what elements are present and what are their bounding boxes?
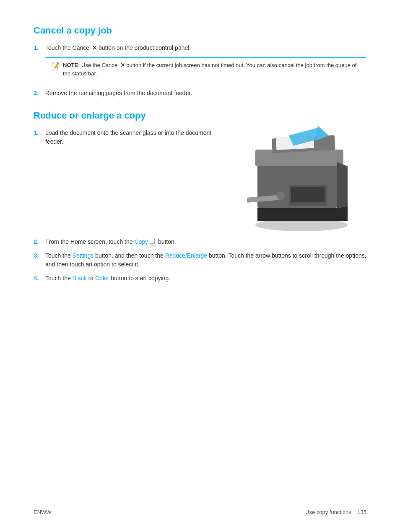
copy-icon-back xyxy=(150,238,155,244)
s2-step2-num: 2. xyxy=(34,238,45,245)
step2-num: 2. xyxy=(34,89,45,96)
svg-text:h: h xyxy=(279,194,282,199)
section2-steps-234: 2. From the Home screen, touch the Copy … xyxy=(34,238,366,283)
section2-content: 1. Load the document onto the scanner gl… xyxy=(34,129,366,233)
section-cancel-copy: Cancel a copy job 1. Touch the Cancel ✕ … xyxy=(34,25,366,98)
section1-title: Cancel a copy job xyxy=(34,25,366,36)
copy-button-icon xyxy=(151,239,156,245)
section1-step1: 1. Touch the Cancel ✕ button on the prod… xyxy=(34,44,366,52)
printer-illustration: h xyxy=(239,120,364,233)
color-link[interactable]: Color xyxy=(95,275,109,281)
svg-rect-3 xyxy=(255,150,343,166)
note-box: 📝 NOTE: Use the Cancel ✕ button if the c… xyxy=(45,57,366,81)
settings-link[interactable]: Settings xyxy=(73,252,94,259)
cancel-x-icon: ✕ xyxy=(92,45,97,51)
section2-step3: 3. Touch the Settings button, and then t… xyxy=(34,251,366,269)
s2-step4-text: Touch the Black or Color button to start… xyxy=(45,274,170,283)
s2-step3-text: Touch the Settings button, and then touc… xyxy=(45,251,366,269)
note-content: NOTE: Use the Cancel ✕ button if the cur… xyxy=(63,61,361,77)
note-icon: 📝 xyxy=(50,62,60,71)
footer-right-text: Use copy functions xyxy=(305,509,351,515)
section2-step1: 1. Load the document onto the scanner gl… xyxy=(34,129,228,146)
svg-rect-10 xyxy=(291,187,325,202)
s2-step2-text: From the Home screen, touch the Copy but… xyxy=(45,238,176,246)
note-text: Use the Cancel ✕ button if the current j… xyxy=(63,62,356,77)
section2-step4: 4. Touch the Black or Color button to st… xyxy=(34,274,366,283)
step1-text: Touch the Cancel ✕ button on the product… xyxy=(45,44,191,52)
section2-title: Reduce or enlarge a copy xyxy=(34,110,366,121)
note-label: NOTE: xyxy=(63,62,81,68)
printer-image-container: h xyxy=(236,120,366,233)
section-reduce-enlarge: Reduce or enlarge a copy 1. Load the doc… xyxy=(34,110,366,283)
footer-right: Use copy functions 135 xyxy=(305,509,366,515)
s2-step4-num: 4. xyxy=(34,274,45,281)
s2-step3-num: 3. xyxy=(34,252,45,259)
section2-step2: 2. From the Home screen, touch the Copy … xyxy=(34,238,366,246)
footer-left: ENWW xyxy=(34,509,52,515)
s2-step1-num: 1. xyxy=(34,129,45,136)
section1-step2: 2. Remove the remaining pages from the d… xyxy=(34,89,366,98)
step1-num: 1. xyxy=(34,44,45,51)
copy-link[interactable]: Copy xyxy=(134,238,148,245)
black-link[interactable]: Black xyxy=(73,275,87,281)
step2-text: Remove the remaining pages from the docu… xyxy=(45,89,192,98)
page-number: 135 xyxy=(357,509,366,515)
page-footer: ENWW Use copy functions 135 xyxy=(34,509,366,515)
s2-step1-text: Load the document onto the scanner glass… xyxy=(45,129,228,146)
cancel-x-icon2: ✕ xyxy=(120,62,125,68)
page: Cancel a copy job 1. Touch the Cancel ✕ … xyxy=(0,0,400,532)
reduce-enlarge-link[interactable]: Reduce/Enlarge xyxy=(165,252,207,259)
section2-left: 1. Load the document onto the scanner gl… xyxy=(34,129,228,233)
